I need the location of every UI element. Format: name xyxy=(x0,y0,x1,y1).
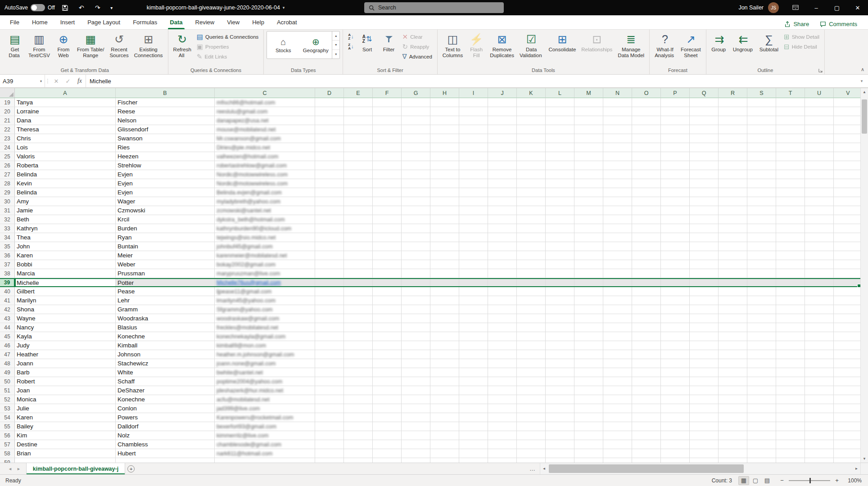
cell-G58[interactable] xyxy=(402,449,430,458)
cell-E42[interactable] xyxy=(344,305,373,314)
cell-Q26[interactable] xyxy=(690,161,719,170)
cell-F38[interactable] xyxy=(373,269,402,278)
cell-H35[interactable] xyxy=(430,242,459,251)
cell-A20[interactable]: Lorraine xyxy=(15,107,116,116)
cell-K22[interactable] xyxy=(517,125,546,134)
column-header-B[interactable]: B xyxy=(116,88,215,98)
cell-H30[interactable] xyxy=(430,197,459,206)
vscroll-thumb[interactable] xyxy=(862,99,867,134)
cell-J28[interactable] xyxy=(488,179,517,188)
row-header-36[interactable]: 36 xyxy=(0,251,15,260)
autosave-toggle[interactable]: AutoSave Off xyxy=(5,4,55,11)
cell-S37[interactable] xyxy=(747,260,776,269)
cell-Q44[interactable] xyxy=(690,323,719,332)
cell-M56[interactable] xyxy=(574,431,603,440)
cell-E37[interactable] xyxy=(344,260,373,269)
cell-A42[interactable]: Shona xyxy=(15,305,116,314)
cell-O20[interactable] xyxy=(632,107,661,116)
cell-B30[interactable]: Wager xyxy=(116,197,215,206)
cell-M36[interactable] xyxy=(574,251,603,260)
zoom-slider-knob[interactable] xyxy=(809,478,811,483)
cell-T21[interactable] xyxy=(776,116,805,125)
cell-O32[interactable] xyxy=(632,215,661,224)
cell-G27[interactable] xyxy=(402,170,430,179)
cell-P41[interactable] xyxy=(661,296,690,305)
row-header-46[interactable]: 46 xyxy=(0,341,15,350)
cell-U53[interactable] xyxy=(805,404,834,413)
cell-B35[interactable]: Buntain xyxy=(116,242,215,251)
comments-button[interactable]: Comments xyxy=(815,19,862,29)
scroll-left-icon[interactable]: ◄ xyxy=(540,463,548,474)
cell-K37[interactable] xyxy=(517,260,546,269)
cell-H58[interactable] xyxy=(430,449,459,458)
cell-G29[interactable] xyxy=(402,188,430,197)
cell-K24[interactable] xyxy=(517,143,546,152)
cell-N58[interactable] xyxy=(603,449,632,458)
cell-D33[interactable] xyxy=(315,224,344,233)
cell-B59[interactable] xyxy=(116,458,215,463)
cell-H49[interactable] xyxy=(430,368,459,377)
cell-O28[interactable] xyxy=(632,179,661,188)
cell-V22[interactable] xyxy=(834,125,860,134)
cell-U22[interactable] xyxy=(805,125,834,134)
cell-H25[interactable] xyxy=(430,152,459,161)
cell-P27[interactable] xyxy=(661,170,690,179)
cell-E25[interactable] xyxy=(344,152,373,161)
cell-N48[interactable] xyxy=(603,359,632,368)
cell-S29[interactable] xyxy=(747,188,776,197)
cell-K45[interactable] xyxy=(517,332,546,341)
cell-C39[interactable]: Michelle76us@gmail.com xyxy=(215,279,315,286)
row-header-29[interactable]: 29 xyxy=(0,188,15,197)
cell-E20[interactable] xyxy=(344,107,373,116)
scroll-up-icon[interactable]: ▲ xyxy=(861,88,868,96)
cell-R54[interactable] xyxy=(719,413,747,422)
cell-I40[interactable] xyxy=(459,287,488,296)
cell-J59[interactable] xyxy=(488,458,517,463)
column-header-E[interactable]: E xyxy=(344,88,373,98)
cell-F48[interactable] xyxy=(373,359,402,368)
tab-data[interactable]: Data xyxy=(163,16,189,29)
cell-V39[interactable] xyxy=(834,279,860,286)
cell-M59[interactable] xyxy=(574,458,603,463)
cell-Q58[interactable] xyxy=(690,449,719,458)
cell-H52[interactable] xyxy=(430,395,459,404)
cell-N51[interactable] xyxy=(603,386,632,395)
cell-R21[interactable] xyxy=(719,116,747,125)
cell-H48[interactable] xyxy=(430,359,459,368)
cell-B29[interactable]: Evjen xyxy=(116,188,215,197)
column-header-Q[interactable]: Q xyxy=(690,88,719,98)
cell-A19[interactable]: Tanya xyxy=(15,98,116,107)
cell-C54[interactable]: Karenpowers@rocketmail.com xyxy=(215,413,315,422)
cell-I27[interactable] xyxy=(459,170,488,179)
cell-L24[interactable] xyxy=(546,143,574,152)
cell-E47[interactable] xyxy=(344,350,373,359)
cell-S43[interactable] xyxy=(747,314,776,323)
cell-T32[interactable] xyxy=(776,215,805,224)
cell-D21[interactable] xyxy=(315,116,344,125)
cell-D49[interactable] xyxy=(315,368,344,377)
cell-I28[interactable] xyxy=(459,179,488,188)
cell-J37[interactable] xyxy=(488,260,517,269)
ribbon-display-options-button[interactable] xyxy=(785,0,806,15)
cell-E34[interactable] xyxy=(344,233,373,242)
cell-F47[interactable] xyxy=(373,350,402,359)
cell-C43[interactable]: woodraskaw@gmail.com xyxy=(215,314,315,323)
cell-E55[interactable] xyxy=(344,422,373,431)
cell-E24[interactable] xyxy=(344,143,373,152)
cell-N46[interactable] xyxy=(603,341,632,350)
cell-O38[interactable] xyxy=(632,269,661,278)
cell-N19[interactable] xyxy=(603,98,632,107)
cell-B53[interactable]: Conlon xyxy=(116,404,215,413)
stocks-button[interactable]: ⌂Stocks xyxy=(267,32,299,58)
cell-K19[interactable] xyxy=(517,98,546,107)
cell-A56[interactable]: Kim xyxy=(15,431,116,440)
cell-E33[interactable] xyxy=(344,224,373,233)
select-all-button[interactable] xyxy=(0,88,15,98)
cell-U57[interactable] xyxy=(805,440,834,449)
cell-A29[interactable]: Belinda xyxy=(15,188,116,197)
cell-F59[interactable] xyxy=(373,458,402,463)
cell-I46[interactable] xyxy=(459,341,488,350)
cell-Q56[interactable] xyxy=(690,431,719,440)
cell-F32[interactable] xyxy=(373,215,402,224)
cell-N42[interactable] xyxy=(603,305,632,314)
